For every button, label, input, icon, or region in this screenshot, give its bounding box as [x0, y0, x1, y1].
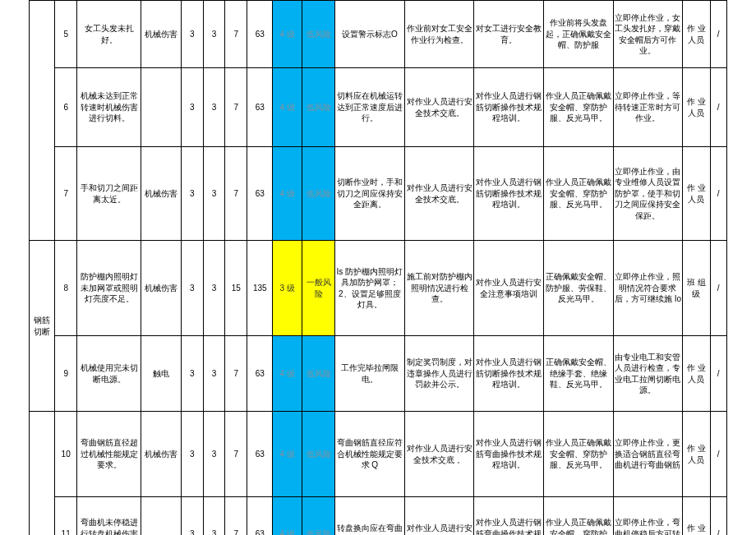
val-c: 7: [225, 147, 247, 241]
responsible: 作 业人员: [683, 1, 710, 68]
responsible: 作 业人员: [683, 412, 710, 497]
val-e: 3: [203, 412, 225, 497]
trailer: /: [710, 1, 726, 68]
level: 4 级: [273, 336, 302, 412]
hazard: 手和切刀之间距离太近。: [77, 147, 141, 241]
row-no: 8: [55, 241, 77, 336]
measure-3: 对作业人员进行钢筋切断操作技术规程培训。: [474, 336, 544, 412]
trailer: /: [710, 147, 726, 241]
table-row: 7 手和切刀之间距离太近。 机械伤害 3 3 7 63 4 级 低风险 切断作业…: [0, 147, 756, 241]
val-c: 7: [225, 497, 247, 536]
measure-1: 转盘换向应在弯曲机停稳后进行。: [335, 497, 405, 536]
val-d: 135: [247, 241, 273, 336]
level: 4 级: [273, 68, 302, 147]
measure-1: Is 防护棚内照明灯具加防护网罩；2、设置足够照度灯具。: [335, 241, 405, 336]
type: [141, 68, 181, 147]
val-l: 3: [181, 241, 203, 336]
type: 机械伤害: [141, 147, 181, 241]
measure-5: 立即停止作业，弯曲机停稳后方可转盘换向。: [613, 497, 683, 536]
level: 4 级: [273, 147, 302, 241]
row-no: 9: [55, 336, 77, 412]
risk: 低风险: [302, 497, 334, 536]
val-l: 3: [181, 147, 203, 241]
measure-3: 对作业人员进行钢筋切断操作技术规程培训。: [474, 147, 544, 241]
trailer: /: [710, 68, 726, 147]
measure-5: 立即停止作业，照明情况符合要求后，方可继续施 Io: [613, 241, 683, 336]
measure-1: 切断作业时，手和切刀之间应保持安全距离。: [335, 147, 405, 241]
measure-2: 对作业人员进行安全技术交底。: [404, 147, 474, 241]
level: 3 级: [273, 241, 302, 336]
measure-4: 作业人员正确佩戴安全帽、穿防护服、反光马甲。: [543, 68, 613, 147]
type: [141, 497, 181, 536]
measure-5: 由专业电工和安管人员进行检查，专业电工拉闸切断电源。: [613, 336, 683, 412]
measure-1: 工作完毕拉闸限电。: [335, 336, 405, 412]
level: 4 级: [273, 1, 302, 68]
measure-4: 作业人员正确佩戴安全帽、穿防护服、反光马甲。: [543, 412, 613, 497]
measure-2: 对作业人员进行安全技术交底。: [404, 497, 474, 536]
table-row: 11 弯曲机未停稳进行转盘机械伤害换向。 3 3 7 63 4 级 低风险 转盘…: [0, 497, 756, 536]
level: 4 级: [273, 412, 302, 497]
table-row: 6 机械未达到正常转速时机械伤害进行切料。 3 3 7 63 4 级 低风险 切…: [0, 68, 756, 147]
table-row: 钢筋切断 8 防护棚内照明灯未加网罩或照明灯亮度不足。 机械伤害 3 3 15 …: [0, 241, 756, 336]
val-c: 7: [225, 336, 247, 412]
val-d: 63: [247, 1, 273, 68]
measure-1: 弯曲钢筋直径应符合机械性能规定要求 Q: [335, 412, 405, 497]
document-page: 5 女工头发未扎好。 机械伤害 3 3 7 63 4 级 低风险 设置警示标志O…: [0, 0, 756, 535]
measure-5: 立即停止作业，等待转速正常时方可作业。: [613, 68, 683, 147]
risk: 低风险: [302, 147, 334, 241]
val-e: 3: [203, 336, 225, 412]
row-no: 6: [55, 68, 77, 147]
type: 机械伤害: [141, 1, 181, 68]
type: 触电: [141, 336, 181, 412]
hazard: 女工头发未扎好。: [77, 1, 141, 68]
val-l: 3: [181, 1, 203, 68]
trailer: /: [710, 412, 726, 497]
type: 机械伤害: [141, 412, 181, 497]
measure-3: 对作业人员进行钢筋切断操作技术规程培训。: [474, 68, 544, 147]
val-c: 7: [225, 412, 247, 497]
measure-4: 作业前将头发盘起，正确佩戴安全帽、防护服: [543, 1, 613, 68]
measure-5: 立即停止作业，女工头发扎好，穿戴安全帽后方可作业。: [613, 1, 683, 68]
val-e: 3: [203, 241, 225, 336]
val-e: 3: [203, 497, 225, 536]
measure-1: 设置警示标志O: [335, 1, 405, 68]
table-row: 钢筋%¼ 10 弯曲钢筋直径超过机械性能规定要求。 机械伤害 3 3 7 63 …: [0, 412, 756, 497]
table-row: 5 女工头发未扎好。 机械伤害 3 3 7 63 4 级 低风险 设置警示标志O…: [0, 1, 756, 68]
hazard: 防护棚内照明灯未加网罩或照明灯亮度不足。: [77, 241, 141, 336]
val-e: 3: [203, 147, 225, 241]
responsible: 班 组级: [683, 241, 710, 336]
responsible: 作 业人员: [683, 336, 710, 412]
val-c: 7: [225, 1, 247, 68]
risk: 低风险: [302, 336, 334, 412]
measure-2: 对作业人员进行安全技术交底。: [404, 68, 474, 147]
trailer: /: [710, 336, 726, 412]
measure-4: 作业人员正确佩戴安全帽、穿防护服、反光马甲。: [543, 147, 613, 241]
hazard: 机械未达到正常转速时机械伤害进行切料。: [77, 68, 141, 147]
measure-2: 对作业人员进行安全技术交底 。: [404, 412, 474, 497]
val-c: 15: [225, 241, 247, 336]
measure-4: 正确佩戴安全帽、防护服、劳保鞋、反光马甲。: [543, 241, 613, 336]
hazard: 弯曲机未停稳进行转盘机械伤害换向。: [77, 497, 141, 536]
risk: 低风险: [302, 1, 334, 68]
val-d: 63: [247, 336, 273, 412]
group-label: 钢筋%¼: [30, 412, 55, 536]
val-d: 63: [247, 412, 273, 497]
val-e: 3: [203, 1, 225, 68]
val-l: 3: [181, 497, 203, 536]
risk: 低风险: [302, 412, 334, 497]
val-c: 7: [225, 68, 247, 147]
measure-5: 立即停止作业，更换适合钢筋直径弯曲机进行弯曲钢筋: [613, 412, 683, 497]
val-d: 63: [247, 147, 273, 241]
val-d: 63: [247, 497, 273, 536]
measure-1: 切料应在机械运转达到正常速度后进行。: [335, 68, 405, 147]
measure-2: 作业前对女工安全作业行为检查。: [404, 1, 474, 68]
hazard: 弯曲钢筋直径超过机械性能规定要求。: [77, 412, 141, 497]
trailer: /: [710, 497, 726, 536]
measure-3: 对作业人员进行钢筋弯曲操作技术规程培训。: [474, 497, 544, 536]
val-l: 3: [181, 68, 203, 147]
val-d: 63: [247, 68, 273, 147]
val-e: 3: [203, 68, 225, 147]
measure-3: 对作业人员进行安全注意事项培训: [474, 241, 544, 336]
level: 4 级: [273, 497, 302, 536]
responsible: 作 业人员: [683, 497, 710, 536]
